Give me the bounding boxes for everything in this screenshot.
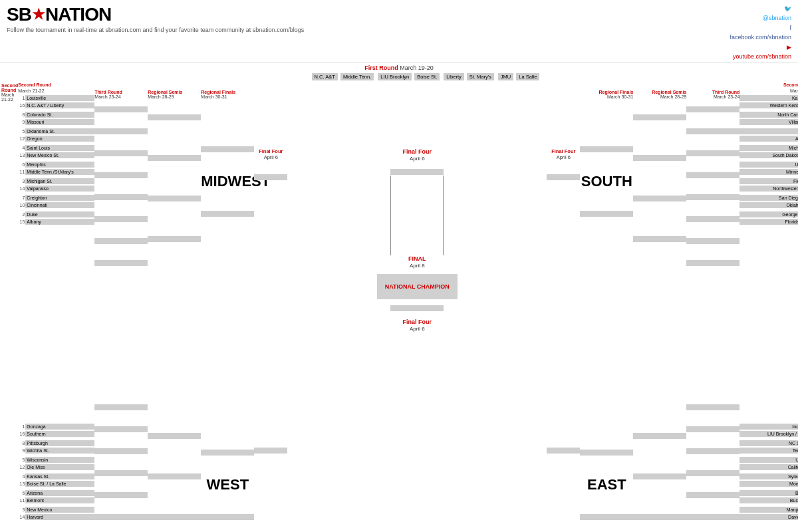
mw-r2-b1 bbox=[94, 106, 148, 112]
e-t8: 8NC State bbox=[739, 440, 798, 447]
s-r4-b1 bbox=[580, 146, 633, 152]
ff-right: Final FourApril 6 bbox=[547, 82, 580, 521]
s-r2-b8 bbox=[686, 260, 739, 266]
s-t1: 1Kansas bbox=[739, 94, 798, 102]
s-t5: 5VCU bbox=[739, 128, 798, 135]
s-r3-b1 bbox=[633, 114, 686, 120]
s-t14: 14Northwestern St. bbox=[739, 185, 798, 192]
mw-t5: 5Oklahoma St. bbox=[18, 128, 94, 135]
south-r2: Third RoundMarch 23-24 bbox=[686, 82, 739, 521]
e-r3-b2 bbox=[633, 473, 686, 479]
e-t9: 9Temple bbox=[739, 447, 798, 454]
reg-finals-lbl-left: Regional FinalsMarch 30-31 bbox=[201, 90, 254, 99]
e-t16: 16LIU Brooklyn / JMU bbox=[739, 430, 798, 438]
s-r3-b3 bbox=[633, 196, 686, 201]
facebook-link[interactable]: f facebook.com/sbnation bbox=[730, 23, 791, 43]
star-icon: ★ bbox=[32, 6, 45, 23]
midwest-r3: Regional SemisMarch 28-29 bbox=[148, 82, 201, 521]
w-r2-b6 bbox=[94, 514, 148, 520]
mw-r4-b2 bbox=[201, 211, 254, 217]
reg-semis-lbl-left: Regional SemisMarch 28-29 bbox=[148, 90, 201, 99]
mw-t4: 4Saint Louis bbox=[18, 144, 94, 152]
west-label: WEST bbox=[201, 476, 254, 493]
mw-r2-b3 bbox=[94, 150, 148, 156]
s-t16: 16Western Kentucky bbox=[739, 102, 798, 109]
s-r2-b2 bbox=[686, 128, 739, 134]
first-round-teams: N.C. A&T Middle Tenn. LIU Brooklyn Boise… bbox=[186, 72, 665, 82]
mw-t3: 3Michigan St. bbox=[18, 178, 94, 185]
s-r3-b4 bbox=[633, 236, 686, 242]
e-r4-b1 bbox=[580, 450, 633, 456]
twitter-link[interactable]: 🐦 @sbnation bbox=[730, 4, 791, 23]
ff-right-slot1 bbox=[547, 174, 580, 180]
mw-r3-b1 bbox=[148, 114, 201, 120]
south-r1: Second RoundMarch 21-22 1Kansas 16Wester… bbox=[739, 82, 798, 521]
s-t6: 6UCLA bbox=[739, 161, 798, 168]
ff-left-slot1 bbox=[254, 174, 287, 180]
e-r3-b1 bbox=[633, 433, 686, 439]
midwest-r2: Third RoundMarch 23-24 bbox=[94, 82, 148, 521]
fr-team-stmarys: St. Mary's bbox=[467, 73, 494, 80]
second-round-label-left: Second RoundMarch 21-22 bbox=[1, 83, 18, 102]
mw-t10: 10Cincinnati bbox=[18, 201, 94, 209]
w-r3-b2 bbox=[148, 473, 201, 479]
s-t2: 2Georgetown bbox=[739, 211, 798, 218]
w-r4-b1 bbox=[201, 450, 254, 456]
e-r3-b3 bbox=[633, 514, 686, 520]
e-t3: 3Marquette bbox=[739, 506, 798, 513]
e-r2-b3 bbox=[686, 448, 739, 454]
reg-semis-lbl-right: Regional SemisMarch 28-29 bbox=[633, 90, 686, 99]
fr-team-liu: LIU Brooklyn bbox=[378, 73, 412, 80]
mw-r4-b1 bbox=[201, 146, 254, 152]
e-t12: 12California bbox=[739, 464, 798, 471]
ff-lbl-right: Final FourApril 6 bbox=[547, 148, 580, 160]
fr-group-2: LIU Brooklyn Boise St. bbox=[378, 73, 440, 80]
w-t5: 5Wisconsin bbox=[18, 456, 94, 464]
s-t3: 3Florida bbox=[739, 178, 798, 185]
fr-team-ncat: N.C. A&T bbox=[312, 73, 338, 80]
mw-t14: 14Valparaiso bbox=[18, 185, 94, 192]
s-r3-b2 bbox=[633, 155, 686, 161]
w-t4: 4Kansas St. bbox=[18, 473, 94, 480]
youtube-link[interactable]: ▶ youtube.com/sbnation bbox=[730, 43, 791, 62]
e-r2-b6 bbox=[686, 514, 739, 520]
w-t3: 3New Mexico bbox=[18, 506, 94, 513]
left-round-labels: Second RoundMarch 21-22 bbox=[1, 82, 18, 521]
tagline: Follow the tournament in real-time at sb… bbox=[7, 27, 304, 33]
midwest-r4: Regional FinalsMarch 30-31 MIDWEST WEST bbox=[201, 82, 254, 521]
fr-team-midtenn: Middle Tenn. bbox=[340, 73, 374, 80]
second-round-lbl: Second RoundMarch 21-22 bbox=[18, 82, 94, 94]
fr-team-liberty: Liberty bbox=[444, 73, 464, 80]
mw-r3-b4 bbox=[148, 236, 201, 242]
mw-r2-b7 bbox=[94, 238, 148, 244]
mw-t9: 9Missouri bbox=[18, 118, 94, 126]
fr-team-boise: Boise St. bbox=[414, 73, 440, 80]
s-r2-b7 bbox=[686, 238, 739, 244]
social-links: 🐦 @sbnation f facebook.com/sbnation ▶ yo… bbox=[730, 4, 791, 61]
w-r3-b1 bbox=[148, 433, 201, 439]
s-t4: 4Michigan bbox=[739, 144, 798, 152]
ff-left-slot2 bbox=[254, 448, 287, 454]
w-t14: 14Harvard bbox=[18, 513, 94, 521]
s-r2-b6 bbox=[686, 216, 739, 222]
e-r4-b2 bbox=[580, 514, 633, 520]
s-t15: 15Florida GC bbox=[739, 218, 798, 225]
s-t11: 11Minnesota bbox=[739, 168, 798, 176]
s-r2-b1 bbox=[686, 106, 739, 112]
e-t11: 11Bucknell bbox=[739, 497, 798, 504]
w-t8: 8Pittsburgh bbox=[18, 440, 94, 447]
s-t10: 10Oklahoma bbox=[739, 201, 798, 209]
fr-group-1: N.C. A&T Middle Tenn. bbox=[312, 73, 374, 80]
w-t16: 16Southern bbox=[18, 430, 94, 438]
mw-t1: 1Louisville bbox=[18, 94, 94, 102]
third-round-lbl-right: Third RoundMarch 23-24 bbox=[686, 90, 739, 99]
south-label: SOUTH bbox=[580, 173, 633, 190]
final-label: FINALApril 8 bbox=[408, 255, 426, 269]
w-t6: 6Arizona bbox=[18, 489, 94, 497]
w-t13: 13Boise St. / La Salle bbox=[18, 480, 94, 487]
mw-t12: 12Oregon bbox=[18, 135, 94, 142]
w-r2-b2 bbox=[94, 426, 148, 432]
ff-label-center2: Final FourApril 6 bbox=[403, 319, 432, 332]
mw-t2: 2Duke bbox=[18, 211, 94, 218]
w-t11: 11Belmont bbox=[18, 497, 94, 504]
